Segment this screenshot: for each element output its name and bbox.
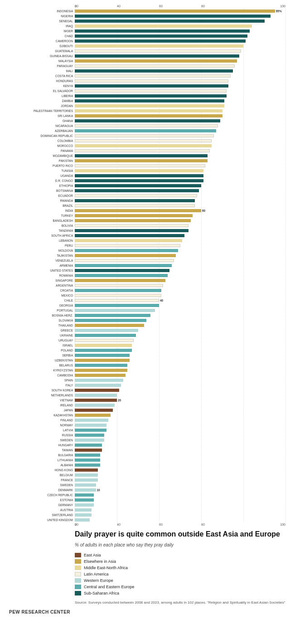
bar-row: MALAYSIA (5, 59, 285, 63)
bar (75, 498, 94, 502)
bar-area (75, 103, 285, 108)
bar-area (75, 517, 285, 522)
legend-label: Sub-Saharan Africa (84, 591, 119, 595)
bar (75, 394, 117, 397)
bar (75, 119, 220, 122)
bar-row: BOSNIA-HERZ. (5, 313, 285, 317)
country-label: JORDAN (5, 104, 75, 107)
bar-area (75, 368, 285, 372)
country-label: SRI LANKA (5, 114, 75, 117)
bar (75, 64, 235, 68)
bar-row: CHILE40 (5, 298, 285, 302)
bar-area (75, 343, 285, 347)
legend-swatch (75, 553, 81, 557)
bar (75, 299, 159, 302)
bar-row: TAIWAN (5, 448, 285, 452)
bar-row: JORDAN (5, 103, 285, 108)
bar (75, 349, 132, 352)
bar-area (75, 323, 285, 327)
bar-area (75, 468, 285, 472)
bar (75, 374, 126, 377)
bar-row: POLAND (5, 348, 285, 352)
bar (75, 389, 119, 392)
bar-area (75, 88, 285, 93)
bar-row: MOROCCO (5, 143, 285, 148)
bar (75, 179, 203, 182)
legend-label: Western Europe (84, 578, 113, 583)
bar-row: PUERTO RICO (5, 163, 285, 168)
footer: PEW RESEARCH CENTER (9, 610, 285, 615)
bar-area (75, 358, 285, 362)
bar-area (75, 393, 285, 397)
bar-row: MEXICO (5, 293, 285, 298)
country-label: POLAND (5, 349, 75, 352)
country-label: JAPAN (5, 409, 75, 412)
bar-row: URUGUAY (5, 338, 285, 342)
country-label: SERBIA (5, 354, 75, 357)
bar (75, 24, 252, 28)
bar (75, 314, 150, 317)
country-label: HONDURAS (5, 79, 75, 83)
country-label: ARGENTINA (5, 284, 75, 287)
bar (75, 109, 222, 112)
country-label: UKRAINE (5, 334, 75, 337)
bar-row: ETHIOPIA (5, 183, 285, 188)
country-label: LITHUANIA (5, 459, 75, 462)
bar-area (75, 378, 285, 382)
country-label: SWITZERLAND (5, 513, 75, 517)
bar (75, 84, 228, 88)
bar-area (75, 418, 285, 422)
bar-area (75, 483, 285, 487)
country-label: SOUTH AFRICA (5, 234, 75, 237)
bar-row: PORTUGAL (5, 308, 285, 312)
bar-row: GHANA (5, 118, 285, 123)
bar-area (75, 34, 285, 38)
bar-area (75, 363, 285, 367)
bar-row: THAILAND (5, 323, 285, 327)
country-label: MOROCCO (5, 144, 75, 147)
bar-row: ITALY (5, 383, 285, 387)
bar (75, 319, 146, 322)
legend-label: Central and Eastern Europe (84, 585, 135, 589)
bar-row: CZECH REPUBLIC (5, 493, 285, 497)
bar (75, 269, 169, 272)
bar (75, 488, 96, 492)
bar-area (75, 14, 285, 18)
bar (75, 189, 199, 192)
bar (75, 359, 130, 362)
legend-swatch (75, 559, 81, 564)
country-label: MOLDOVA (5, 249, 75, 252)
legend: East AsiaElsewhere in AsiaMiddle East-No… (75, 553, 285, 595)
country-label: GEORGIA (5, 304, 75, 307)
country-label: PANAMA (5, 149, 75, 152)
country-label: FRANCE (5, 478, 75, 482)
bar-area (75, 113, 285, 118)
country-label: PAKISTAN (5, 159, 75, 162)
legend-label: Latin America (84, 572, 109, 576)
country-label: BOTSWANA (5, 189, 75, 192)
country-label: ROMANIA (5, 274, 75, 277)
bar-row: SLOVAKIA (5, 318, 285, 322)
bar-row: TURKEY (5, 213, 285, 218)
bar (75, 114, 222, 117)
country-label: TURKEY (5, 214, 75, 217)
country-label: PERU (5, 244, 75, 247)
bar-row: NORWAY (5, 423, 285, 427)
country-label: BANGLADESH (5, 219, 75, 222)
bar-row: SOUTH KOREA (5, 388, 285, 392)
bar (75, 144, 212, 147)
bar-area (75, 433, 285, 437)
bar-row: AZERBAIJAN (5, 128, 285, 133)
bar-row: FINLAND (5, 418, 285, 422)
country-label: TANZANIA (5, 229, 75, 232)
country-label: INDIA (5, 209, 75, 212)
bar-row: FRANCE (5, 478, 285, 482)
bar (75, 69, 233, 73)
bar (75, 384, 121, 387)
country-label: ETHIOPIA (5, 184, 75, 187)
bar-area (75, 163, 285, 168)
country-label: URUGUAY (5, 339, 75, 342)
bar-area (75, 288, 285, 293)
country-label: CHAD (5, 34, 75, 38)
bar-row: COSTA RICA (5, 73, 285, 78)
